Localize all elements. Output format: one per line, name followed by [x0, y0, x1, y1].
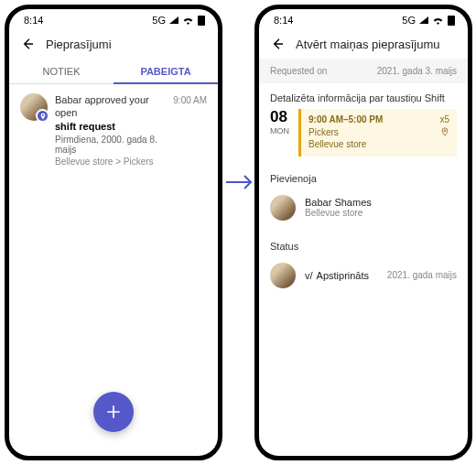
back-icon[interactable]	[20, 37, 35, 51]
signal-icon	[169, 16, 178, 24]
requested-on-row: Requested on 2021. gada 3. maijs	[259, 59, 468, 83]
header: Atvērt maiņas pieprasījumu	[259, 31, 468, 59]
avatar	[270, 195, 296, 221]
status-row: v/ Apstiprināts 2021. gada maijs	[259, 257, 468, 294]
requested-on-label: Requested on	[270, 66, 327, 76]
shift-detail-header: Detalizēta informācija par taustiņu Shif…	[259, 83, 468, 109]
network-label: 5G	[152, 15, 166, 26]
shift-store: Bellevue store	[308, 138, 449, 151]
card-date: Pirmdiena, 2000. gada 8. maijs	[55, 135, 166, 155]
status-prefix: v/	[305, 270, 313, 281]
transition-arrow-icon	[225, 174, 253, 190]
status-indicators: 5G	[152, 15, 205, 26]
card-bold: shift request	[55, 120, 166, 133]
shift-card: 9:00 AM–5:00 PM x5 Pickers Bellevue stor…	[298, 109, 457, 157]
status-header: Status	[259, 232, 468, 257]
back-icon[interactable]	[270, 37, 285, 51]
person-info: Babar Shames Bellevue store	[305, 197, 372, 218]
wifi-icon	[182, 16, 194, 25]
avatar-wrap	[20, 93, 48, 121]
tab-in-progress[interactable]: Notiek	[9, 59, 114, 83]
phone-request-detail: 8:14 5G Atvērt maiņas pieprasījumu Reque…	[254, 5, 472, 460]
person-sub: Bellevue store	[305, 208, 372, 218]
avatar	[270, 263, 296, 288]
svg-point-0	[444, 130, 446, 132]
clock: 8:14	[24, 15, 43, 26]
status-value: Apstiprināts	[317, 270, 369, 281]
shift-row[interactable]: 08 MON 9:00 AM–5:00 PM x5 Pickers Bellev…	[259, 109, 468, 164]
status-indicators: 5G	[402, 15, 455, 26]
shift-time: 9:00 AM–5:00 PM	[308, 114, 449, 126]
location-icon	[440, 127, 449, 136]
header: Pieprasījumi	[9, 31, 218, 59]
page-title: Pieprasījumi	[46, 38, 112, 51]
requested-on-date: 2021. gada 3. maijs	[377, 66, 457, 76]
added-by-header: Pievienoja	[259, 164, 468, 189]
request-card[interactable]: Babar approved your open shift request P…	[9, 84, 218, 176]
wifi-icon	[432, 16, 444, 25]
tab-completed[interactable]: Pabeigta	[114, 59, 218, 83]
page-title: Atvērt maiņas pieprasījumu	[296, 38, 440, 51]
battery-icon	[198, 16, 205, 26]
clock: 8:14	[274, 15, 293, 26]
card-summary: Babar approved your open shift request	[55, 93, 166, 133]
status-text: v/ Apstiprināts	[305, 270, 378, 281]
status-date: 2021. gada maijs	[387, 270, 457, 280]
tabs: Notiek Pabeigta	[9, 59, 218, 84]
status-bar: 8:14 5G	[259, 9, 468, 31]
card-body: Babar approved your open shift request P…	[55, 93, 166, 167]
person-name: Babar Shames	[305, 197, 372, 208]
network-label: 5G	[402, 15, 416, 26]
plus-icon	[104, 403, 123, 421]
open-shift-icon	[36, 109, 49, 123]
shift-count: x5	[439, 114, 449, 126]
battery-icon	[448, 16, 455, 26]
shift-team: Pickers	[308, 126, 449, 139]
card-prefix: Babar approved your open	[55, 94, 149, 118]
card-location: Bellevue store > Pickers	[55, 157, 166, 167]
phone-requests-list: 8:14 5G Pieprasījumi Notiek Pabeigta Bab…	[5, 5, 222, 460]
added-by-row[interactable]: Babar Shames Bellevue store	[259, 189, 468, 232]
add-button[interactable]	[93, 392, 134, 432]
status-bar: 8:14 5G	[9, 9, 218, 31]
shift-date-num: 08	[270, 109, 289, 124]
shift-date-day: MON	[270, 126, 289, 135]
signal-icon	[419, 16, 428, 24]
shift-date: 08 MON	[270, 109, 289, 157]
card-time: 9:00 AM	[173, 93, 207, 167]
